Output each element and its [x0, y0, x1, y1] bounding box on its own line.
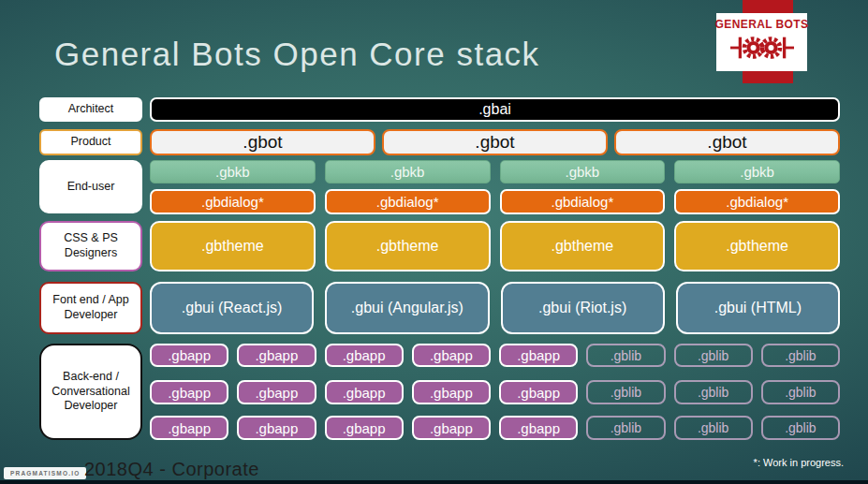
gbapp-box: .gbapp [499, 380, 578, 404]
gbapp-box: .gbapp [150, 344, 228, 367]
gblib-box: .gblib [761, 344, 840, 367]
page-title: General Bots Open Core stack [54, 36, 540, 73]
gblib-box: .gblib [586, 416, 665, 440]
gbapp-box: .gbapp [237, 380, 316, 404]
backend-row: .gbapp .gbapp .gbapp .gbapp .gbapp .gbli… [150, 380, 840, 404]
gbkb-box: .gbkb [500, 160, 666, 183]
row-label-frontend-app-developer: Font end / App Developer [39, 282, 142, 334]
gbot-row: .gbot .gbot .gbot [150, 129, 840, 155]
gbtheme-box: .gbtheme [500, 221, 666, 271]
gbkb-box: .gbkb [325, 160, 491, 183]
gbapp-box: .gbapp [499, 416, 578, 440]
gbapp-box: .gbapp [237, 344, 316, 367]
gbai-row: .gbai [150, 97, 840, 122]
gbot-box: .gbot [614, 129, 840, 155]
gblib-box: .gblib [674, 344, 753, 367]
gbapp-box: .gbapp [325, 380, 404, 404]
gbui-box: .gbui (React.js) [150, 282, 314, 334]
slide-footer-caption: 2018Q4 - Corporate [84, 459, 259, 480]
gbapp-box: .gbapp [325, 416, 404, 440]
gbdialog-box: .gbdialog* [500, 189, 666, 214]
gbapp-box: .gbapp [150, 416, 228, 440]
gbot-box: .gbot [382, 129, 608, 155]
gbapp-box: .gbapp [499, 344, 578, 367]
gbtheme-box: .gbtheme [674, 221, 840, 271]
gbtheme-box: .gbtheme [325, 221, 491, 271]
gbdialog-box: .gbdialog* [150, 189, 316, 214]
row-label-end-user: End-user [39, 160, 142, 213]
backend-row: .gbapp .gbapp .gbapp .gbapp .gbapp .gbli… [150, 416, 840, 440]
gbapp-box: .gbapp [412, 380, 491, 404]
gblib-box: .gblib [761, 416, 840, 440]
gbtheme-box: .gbtheme [150, 221, 316, 271]
gbtheme-row: .gbtheme .gbtheme .gbtheme .gbtheme [150, 221, 840, 271]
row-label-css-ps-designers: CSS & PS Designers [39, 221, 142, 271]
gbapp-box: .gbapp [412, 344, 491, 367]
row-label-architect: Architect [39, 97, 142, 122]
gbkb-box: .gbkb [674, 160, 840, 183]
gbui-row: .gbui (React.js) .gbui (Angular.js) .gbu… [150, 282, 840, 334]
gblib-box: .gblib [761, 380, 840, 404]
gblib-box: .gblib [674, 416, 753, 440]
gbai-bar: .gbai [150, 97, 840, 122]
gblib-box: .gblib [586, 380, 665, 404]
row-label-product: Product [39, 129, 142, 155]
gbdialog-box: .gbdialog* [325, 189, 491, 214]
gbkb-box: .gbkb [150, 160, 316, 183]
gbapp-box: .gbapp [237, 416, 316, 440]
gblib-box: .gblib [674, 380, 753, 404]
gbui-box: .gbui (HTML) [676, 282, 840, 334]
row-label-backend-conversational-developer: Back-end / Conversational Developer [39, 344, 142, 440]
gbdialog-box: .gbdialog* [674, 189, 840, 214]
gbapp-box: .gbapp [412, 416, 491, 440]
gears-icon [728, 32, 797, 67]
general-bots-logo: GENERAL BOTS [716, 13, 807, 71]
gbui-box: .gbui (Riot.js) [501, 282, 665, 334]
logo-brand-text: GENERAL BOTS [715, 18, 809, 31]
gbkb-row: .gbkb .gbkb .gbkb .gbkb [150, 160, 840, 183]
gbui-box: .gbui (Angular.js) [325, 282, 489, 334]
bottom-edge-strip [0, 480, 868, 484]
pragmatismo-logo: PRAGMATISMO.IO [4, 467, 86, 479]
gblib-box: .gblib [586, 344, 665, 367]
gbot-box: .gbot [150, 129, 375, 155]
gbapp-box: .gbapp [150, 380, 228, 404]
backend-row: .gbapp .gbapp .gbapp .gbapp .gbapp .gbli… [150, 344, 840, 367]
gbapp-box: .gbapp [325, 344, 404, 367]
gbdialog-row: .gbdialog* .gbdialog* .gbdialog* .gbdial… [150, 189, 840, 214]
work-in-progress-note: *: Work in progress. [754, 457, 844, 468]
